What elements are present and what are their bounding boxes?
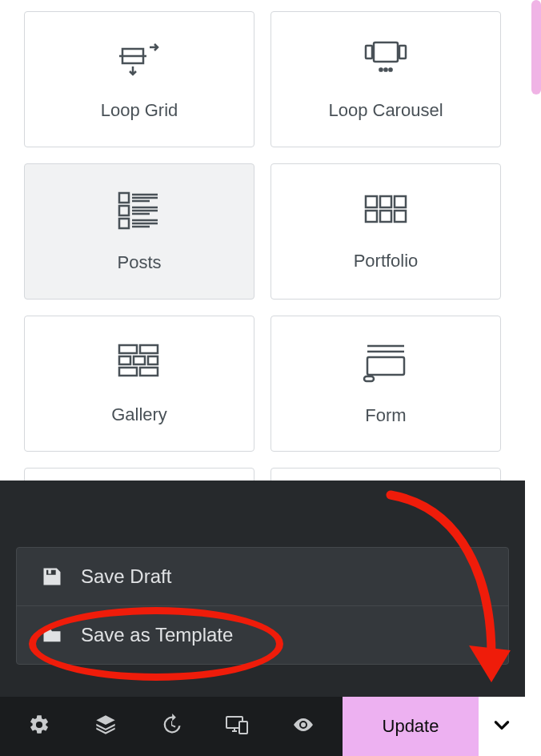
chevron-down-icon <box>491 714 512 738</box>
svg-rect-36 <box>364 376 374 381</box>
svg-rect-29 <box>134 356 145 364</box>
widget-panel: Loop Grid Loop Carousel <box>0 0 525 481</box>
devices-icon <box>225 714 249 738</box>
svg-rect-26 <box>119 345 137 353</box>
svg-rect-27 <box>140 345 158 353</box>
portfolio-icon <box>361 191 411 231</box>
widget-label: Gallery <box>111 404 167 425</box>
form-icon <box>361 341 411 386</box>
save-draft-label: Save Draft <box>81 565 171 588</box>
widget-loop-carousel[interactable]: Loop Carousel <box>270 11 501 147</box>
widget-label: Posts <box>117 252 161 273</box>
widget-label: Loop Carousel <box>328 100 443 121</box>
save-options-toggle[interactable] <box>479 697 525 756</box>
widget-label: Portfolio <box>354 251 419 271</box>
save-options-menu: Save Draft Save as Template <box>16 547 509 665</box>
save-draft-option[interactable]: Save Draft <box>17 548 508 605</box>
svg-rect-20 <box>366 196 377 207</box>
eye-icon <box>291 716 315 737</box>
svg-rect-31 <box>119 368 137 376</box>
loop-carousel-icon <box>359 38 412 81</box>
svg-rect-2 <box>374 42 398 62</box>
update-button[interactable]: Update <box>343 697 479 756</box>
svg-rect-28 <box>119 356 130 364</box>
navigator-button[interactable] <box>82 697 130 756</box>
svg-rect-16 <box>119 219 129 228</box>
scroll-indicator <box>531 0 541 94</box>
loop-grid-icon <box>114 38 164 81</box>
posts-icon <box>114 190 164 233</box>
settings-button[interactable] <box>15 697 63 756</box>
svg-rect-32 <box>140 368 158 376</box>
svg-rect-4 <box>399 46 406 58</box>
widget-label: Form <box>365 405 406 426</box>
preview-button[interactable] <box>279 697 327 756</box>
svg-rect-3 <box>366 46 372 58</box>
right-gutter <box>525 0 541 756</box>
folder-icon <box>41 624 63 646</box>
svg-rect-24 <box>380 211 391 222</box>
svg-rect-30 <box>148 356 158 364</box>
update-label: Update <box>383 716 439 737</box>
svg-rect-40 <box>239 722 247 734</box>
svg-rect-35 <box>367 357 404 375</box>
save-as-template-label: Save as Template <box>81 624 233 646</box>
history-button[interactable] <box>147 697 195 756</box>
floppy-icon <box>41 565 63 588</box>
gear-icon <box>28 714 50 739</box>
responsive-button[interactable] <box>213 697 261 756</box>
widget-posts[interactable]: Posts <box>24 163 254 300</box>
svg-rect-25 <box>395 211 406 222</box>
svg-rect-23 <box>366 211 377 222</box>
svg-point-5 <box>379 68 382 70</box>
history-icon <box>160 714 182 739</box>
svg-rect-12 <box>119 206 129 215</box>
bottom-toolbar: Update <box>0 697 525 756</box>
widget-loop-grid[interactable]: Loop Grid <box>24 11 254 147</box>
widget-label: Loop Grid <box>101 100 178 121</box>
widget-form[interactable]: Form <box>270 316 501 452</box>
layers-icon <box>94 714 117 739</box>
svg-rect-21 <box>380 196 391 207</box>
svg-point-6 <box>384 68 387 70</box>
svg-point-7 <box>389 68 391 70</box>
widget-gallery[interactable]: Gallery <box>24 316 254 452</box>
svg-rect-22 <box>395 196 406 207</box>
gallery-icon <box>114 342 164 385</box>
svg-rect-8 <box>119 193 129 203</box>
widget-portfolio[interactable]: Portfolio <box>270 163 501 300</box>
save-popup-backdrop: Save Draft Save as Template <box>0 481 525 697</box>
save-as-template-option[interactable]: Save as Template <box>17 605 508 664</box>
